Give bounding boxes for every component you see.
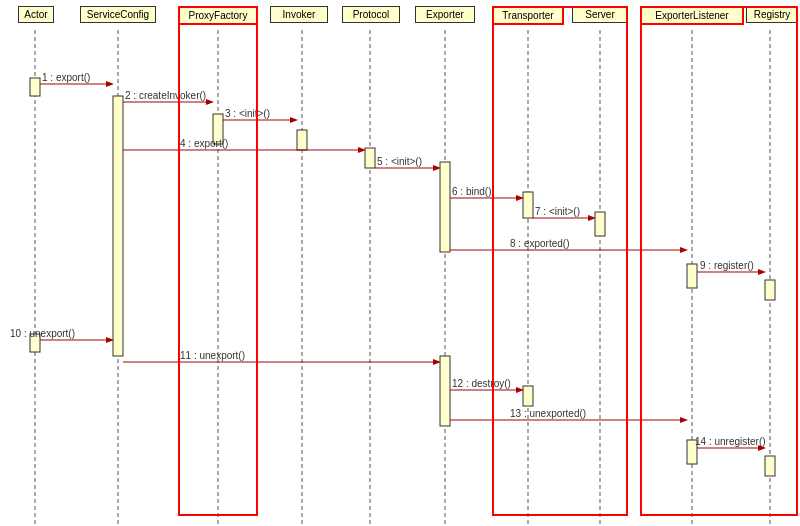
svg-rect-23 xyxy=(687,440,697,464)
lifeline-invoker: Invoker xyxy=(270,6,328,23)
lifeline-server: Server xyxy=(572,6,628,23)
svg-text:5 : <init>(): 5 : <init>() xyxy=(377,156,422,167)
svg-text:13 : unexported(): 13 : unexported() xyxy=(510,408,586,419)
svg-rect-13 xyxy=(297,130,307,150)
svg-rect-17 xyxy=(595,212,605,236)
lifeline-exporter: Exporter xyxy=(415,6,475,23)
svg-rect-18 xyxy=(687,264,697,288)
svg-text:10 : unexport(): 10 : unexport() xyxy=(10,328,75,339)
svg-rect-21 xyxy=(440,356,450,426)
svg-text:3 : <init>(): 3 : <init>() xyxy=(225,108,270,119)
svg-text:12 : destroy(): 12 : destroy() xyxy=(452,378,511,389)
svg-rect-16 xyxy=(523,192,533,218)
lifeline-exporterlistener: ExporterListener xyxy=(640,6,744,25)
svg-rect-22 xyxy=(523,386,533,406)
lifeline-transporter: Transporter xyxy=(492,6,564,25)
svg-rect-11 xyxy=(113,96,123,356)
lifeline-actor: Actor xyxy=(18,6,54,23)
lifeline-serviceconfig: ServiceConfig xyxy=(80,6,156,23)
svg-text:7 : <init>(): 7 : <init>() xyxy=(535,206,580,217)
svg-text:14 : unregister(): 14 : unregister() xyxy=(695,436,766,447)
svg-rect-10 xyxy=(30,78,40,96)
arrows-svg: 1 : export() 2 : createInvoker() 3 : <in… xyxy=(0,0,800,526)
svg-text:2 : createInvoker(): 2 : createInvoker() xyxy=(125,90,206,101)
lifeline-registry: Registry xyxy=(746,6,798,23)
svg-text:9 : register(): 9 : register() xyxy=(700,260,754,271)
svg-rect-24 xyxy=(765,456,775,476)
svg-rect-15 xyxy=(440,162,450,252)
svg-rect-14 xyxy=(365,148,375,168)
lifeline-protocol: Protocol xyxy=(342,6,400,23)
svg-text:11 : unexport(): 11 : unexport() xyxy=(180,350,245,361)
lifeline-proxyfactory: ProxyFactory xyxy=(178,6,258,25)
svg-text:1 : export(): 1 : export() xyxy=(42,72,90,83)
svg-rect-19 xyxy=(765,280,775,300)
svg-text:6 : bind(): 6 : bind() xyxy=(452,186,491,197)
svg-rect-12 xyxy=(213,114,223,144)
svg-rect-20 xyxy=(30,334,40,352)
svg-text:8 : exported(): 8 : exported() xyxy=(510,238,569,249)
svg-text:4 : export(): 4 : export() xyxy=(180,138,228,149)
sequence-diagram: 1 : export() 2 : createInvoker() 3 : <in… xyxy=(0,0,800,526)
